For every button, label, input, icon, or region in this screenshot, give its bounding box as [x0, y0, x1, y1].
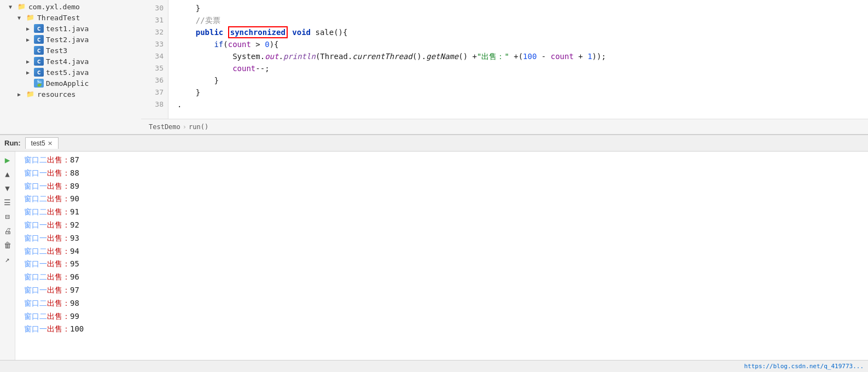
var-count: count: [228, 40, 251, 49]
output-action: 出售：: [47, 284, 70, 297]
print-button[interactable]: 🖨: [2, 225, 14, 237]
arrow-button[interactable]: ↗: [2, 253, 14, 265]
code-line-30: }: [177, 2, 868, 14]
sidebar-item-label: com.yxl.demo: [28, 3, 80, 11]
sidebar-item-resources[interactable]: ▶ 📁 resources: [0, 89, 141, 100]
output-window: 窗口二: [24, 206, 47, 219]
run-button[interactable]: ▶: [2, 154, 14, 166]
sidebar-item-test4[interactable]: ▶ c Test4.java: [0, 56, 141, 67]
output-num: 100: [70, 323, 84, 336]
list-item: 窗口二出售： 94: [24, 245, 859, 258]
string-literal: "出售：": [477, 52, 509, 61]
scroll-up-button[interactable]: ▲: [2, 168, 14, 180]
sidebar-item-com-yxl-demo[interactable]: ▼ 📁 com.yxl.demo: [0, 1, 141, 12]
run-tab-test5[interactable]: test5 ✕: [25, 137, 59, 149]
method-println: println: [283, 52, 316, 61]
output-action: 出售：: [47, 206, 70, 219]
chevron-down-icon: ▼: [18, 15, 24, 21]
output-window: 窗口一: [24, 323, 47, 336]
status-bar: https://blog.csdn.net/q_419773...: [0, 360, 868, 372]
code-content: 30 31 32 33 34 35 36 37 38 } //卖票 public…: [141, 0, 868, 119]
list-item: 窗口二出售： 99: [24, 310, 859, 323]
code-line-38: .: [177, 98, 868, 111]
folder-icon: 📁: [25, 90, 35, 98]
method-getname: getName: [426, 52, 458, 61]
run-label: Run:: [4, 139, 21, 147]
sidebar-item-label: Test3: [46, 47, 67, 55]
list-item: 窗口二出售： 98: [24, 297, 859, 310]
align-button[interactable]: ☰: [2, 196, 14, 208]
output-action: 出售：: [47, 271, 70, 284]
sidebar-item-label: Test4.java: [46, 57, 89, 66]
output-window: 窗口二: [24, 297, 47, 310]
var-count2: count: [551, 52, 574, 61]
list-item: 窗口二出售： 96: [24, 271, 859, 284]
output-window: 窗口一: [24, 258, 47, 271]
list-item: 窗口一出售： 93: [24, 232, 859, 245]
output-action: 出售：: [47, 154, 70, 167]
field-out: out: [265, 52, 278, 61]
list-item: 窗口二出售： 90: [24, 193, 859, 206]
close-icon[interactable]: ✕: [48, 140, 53, 147]
app-icon: 🍃: [34, 79, 44, 88]
scroll-down-button[interactable]: ▼: [2, 182, 14, 194]
sidebar-item-test3[interactable]: ▶ c Test3: [0, 45, 141, 56]
output-window: 窗口一: [24, 180, 47, 193]
line-number: 33: [141, 38, 164, 50]
java-icon: c: [34, 24, 44, 33]
sidebar-item-test2[interactable]: ▶ c Test2.java: [0, 34, 141, 45]
output-window: 窗口二: [24, 271, 47, 284]
delete-button[interactable]: 🗑: [2, 239, 14, 251]
run-panel-header: Run: test5 ✕: [0, 135, 868, 152]
output-window: 窗口一: [24, 167, 47, 180]
filter-button[interactable]: ⊟: [2, 211, 14, 223]
keyword-synchronized-highlighted: synchronized: [228, 26, 288, 38]
chevron-right-icon: ▶: [26, 59, 33, 65]
output-action: 出售：: [47, 245, 70, 258]
sidebar-item-demoapplication[interactable]: ▶ 🍃 DemoApplic: [0, 78, 141, 89]
sidebar-item-test5[interactable]: ▶ c test5.java: [0, 67, 141, 78]
status-bar-url[interactable]: https://blog.csdn.net/q_419773...: [744, 363, 864, 370]
output-window: 窗口一: [24, 232, 47, 245]
output-action: 出售：: [47, 297, 70, 310]
output-action: 出售：: [47, 310, 70, 323]
run-panel: Run: test5 ✕ ▶ ▲ ▼ ☰ ⊟ 🖨 🗑 ↗ 窗口二出售： 87 窗…: [0, 134, 868, 360]
sidebar-item-threadtest[interactable]: ▼ 📁 ThreadTest: [0, 12, 141, 23]
output-num: 91: [70, 206, 79, 219]
sidebar-item-test1[interactable]: ▶ c test1.java: [0, 23, 141, 34]
sidebar-item-label: resources: [37, 90, 75, 98]
method-currentthread: currentThread: [352, 52, 412, 61]
list-item: 窗口一出售： 95: [24, 258, 859, 271]
output-window: 窗口二: [24, 310, 47, 323]
run-output: 窗口二出售： 87 窗口一出售： 88 窗口一出售： 89 窗口二出售： 90 …: [15, 152, 868, 360]
output-num: 96: [70, 271, 79, 284]
code-lines[interactable]: } //卖票 public synchronized void sale(){ …: [168, 0, 868, 119]
output-action: 出售：: [47, 167, 70, 180]
line-number: 30: [141, 2, 164, 14]
code-line-34: System.out.println(Thread.currentThread(…: [177, 50, 868, 62]
literal-zero: 0: [265, 40, 269, 49]
list-item: 窗口二出售： 91: [24, 206, 859, 219]
comment: //卖票: [196, 16, 220, 25]
list-item: 窗口一出售： 92: [24, 219, 859, 232]
line-number: 38: [141, 98, 164, 111]
code-editor: 30 31 32 33 34 35 36 37 38 } //卖票 public…: [141, 0, 868, 134]
java-icon: c: [34, 68, 44, 77]
output-num: 89: [70, 180, 79, 193]
literal-100: 100: [523, 52, 537, 61]
code-line-37: }: [177, 86, 868, 98]
run-toolbar: ▶ ▲ ▼ ☰ ⊟ 🖨 🗑 ↗: [0, 152, 15, 360]
output-window: 窗口二: [24, 193, 47, 206]
java-icon: c: [34, 46, 44, 55]
list-item: 窗口一出售： 100: [24, 323, 859, 336]
chevron-right-icon: ▶: [26, 69, 33, 75]
list-item: 窗口二出售： 87: [24, 154, 859, 167]
output-num: 92: [70, 219, 79, 232]
output-num: 95: [70, 258, 79, 271]
output-num: 94: [70, 245, 79, 258]
line-number: 35: [141, 62, 164, 74]
chevron-down-icon: ▼: [9, 4, 15, 10]
literal-one: 1: [587, 52, 592, 61]
sidebar: ▼ 📁 com.yxl.demo ▼ 📁 ThreadTest ▶ c test…: [0, 0, 141, 134]
output-window: 窗口二: [24, 245, 47, 258]
